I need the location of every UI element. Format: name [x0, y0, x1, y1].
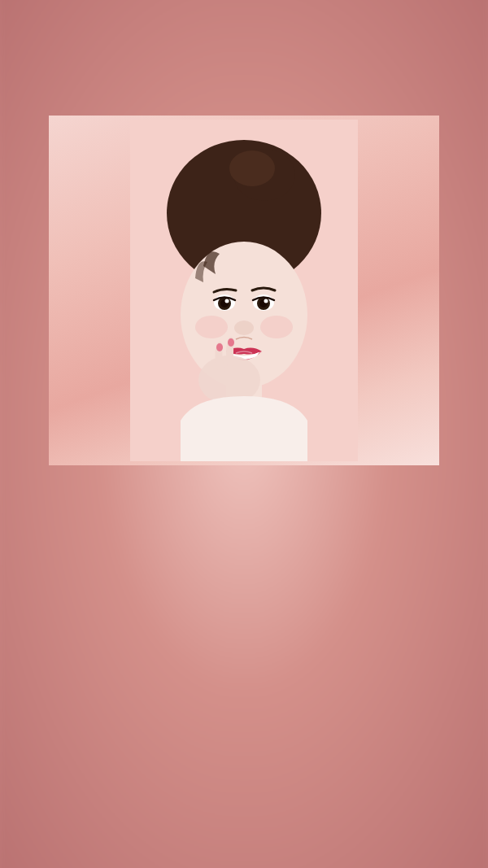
photo-canvas[interactable]: [49, 116, 439, 465]
svg-point-13: [264, 299, 268, 303]
svg-point-18: [216, 343, 223, 351]
svg-point-15: [195, 316, 228, 338]
svg-point-19: [228, 338, 234, 347]
svg-point-16: [260, 316, 293, 338]
portrait-image: [130, 120, 358, 461]
svg-point-3: [229, 150, 275, 186]
svg-point-14: [234, 321, 254, 335]
svg-point-9: [225, 299, 229, 303]
